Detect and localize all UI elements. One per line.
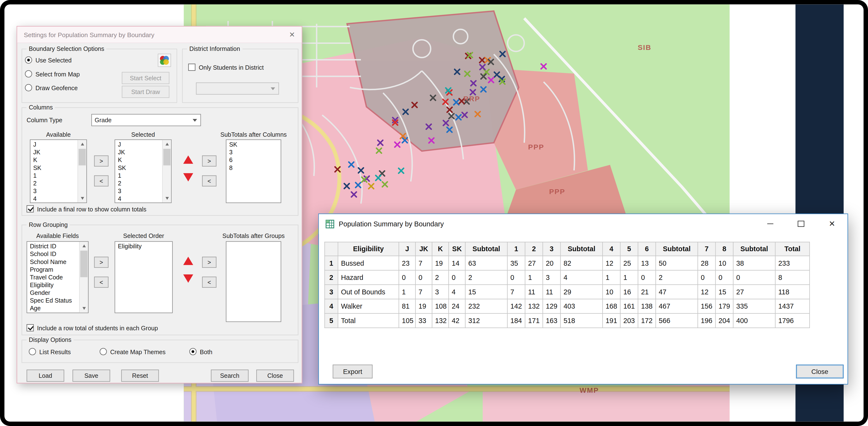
list-item[interactable]: Spec Ed Status xyxy=(28,297,88,304)
list-item[interactable]: 8 xyxy=(227,164,280,172)
column-header[interactable]: 7 xyxy=(698,242,715,256)
table-cell[interactable]: 7 xyxy=(507,285,525,299)
radio-both[interactable]: Both xyxy=(189,348,212,355)
column-header[interactable]: Subtotal xyxy=(561,242,602,256)
subtotal-remove-button[interactable]: < xyxy=(202,276,217,287)
table-cell[interactable]: 233 xyxy=(775,256,809,270)
row-number[interactable]: 5 xyxy=(325,313,338,328)
table-cell[interactable]: 312 xyxy=(465,313,507,328)
table-cell[interactable]: 1 xyxy=(602,270,620,285)
row-number[interactable]: 1 xyxy=(325,256,338,270)
table-cell[interactable]: 35 xyxy=(507,256,525,270)
radio-draw-geofence[interactable]: Draw Geofence xyxy=(25,84,78,91)
titlebar[interactable]: Settings for Population Summary by Bound… xyxy=(17,27,302,43)
table-cell[interactable]: 7 xyxy=(415,256,432,270)
scrollbar[interactable] xyxy=(79,242,88,313)
table-cell[interactable]: 12 xyxy=(698,285,715,299)
list-item[interactable]: Eligibility xyxy=(116,242,172,250)
table-cell[interactable]: 4 xyxy=(449,285,465,299)
list-item[interactable]: Gender xyxy=(28,289,88,297)
titlebar[interactable]: Population Summary by Boundary ✕ xyxy=(319,214,847,234)
column-header[interactable]: 1 xyxy=(507,242,525,256)
table-cell[interactable]: 518 xyxy=(561,313,602,328)
scroll-down-icon[interactable] xyxy=(80,304,88,312)
table-cell[interactable]: 1 xyxy=(525,270,543,285)
table-cell[interactable]: 42 xyxy=(449,313,465,328)
move-right-button[interactable]: > xyxy=(94,257,108,268)
table-cell[interactable]: 11 xyxy=(525,285,543,299)
subtotal-add-button[interactable]: > xyxy=(202,257,217,268)
column-header[interactable]: SK xyxy=(449,242,465,256)
close-button[interactable]: Close xyxy=(796,365,844,378)
available-grades-listbox[interactable]: JJKKSK1234 xyxy=(30,139,87,203)
table-cell[interactable]: Total xyxy=(338,313,399,328)
close-button[interactable]: ✕ xyxy=(816,214,847,233)
table-cell[interactable]: 400 xyxy=(733,313,775,328)
table-cell[interactable]: 27 xyxy=(525,256,543,270)
table-cell[interactable]: 142 xyxy=(507,299,525,313)
column-header[interactable]: Subtotal xyxy=(733,242,775,256)
subtotals-groups-listbox[interactable] xyxy=(226,241,281,322)
table-cell[interactable]: 156 xyxy=(698,299,715,313)
scroll-thumb[interactable] xyxy=(163,149,170,165)
subtotal-add-button[interactable]: > xyxy=(202,155,217,166)
column-header[interactable]: 2 xyxy=(525,242,543,256)
reset-button[interactable]: Reset xyxy=(121,370,159,382)
district-combobox[interactable] xyxy=(196,83,279,94)
column-header[interactable]: JK xyxy=(415,242,432,256)
table-cell[interactable]: 2 xyxy=(465,270,507,285)
table-cell[interactable]: 0 xyxy=(733,270,775,285)
table-cell[interactable]: 4 xyxy=(561,270,602,285)
subtotal-remove-button[interactable]: < xyxy=(202,175,217,186)
table-cell[interactable]: Out of Bounds xyxy=(338,285,399,299)
table-cell[interactable]: 20 xyxy=(543,256,560,270)
table-cell[interactable]: 3 xyxy=(543,270,560,285)
table-cell[interactable]: 0 xyxy=(507,270,525,285)
group-totals-checkbox[interactable]: Include a row total of students in each … xyxy=(27,324,158,332)
table-cell[interactable]: 163 xyxy=(543,313,560,328)
table-cell[interactable]: 23 xyxy=(399,256,415,270)
list-item[interactable]: District ID xyxy=(28,242,88,250)
table-cell[interactable]: 82 xyxy=(561,256,602,270)
move-down-button[interactable] xyxy=(182,273,195,283)
search-button[interactable]: Search xyxy=(211,370,249,382)
radio-use-selected[interactable]: Use Selected xyxy=(25,56,72,64)
theme-colors-button[interactable] xyxy=(158,54,171,67)
scroll-down-icon[interactable] xyxy=(78,194,86,202)
table-cell[interactable]: 1 xyxy=(620,270,638,285)
table-cell[interactable]: 8 xyxy=(775,270,809,285)
table-cell[interactable]: 7 xyxy=(415,285,432,299)
move-right-button[interactable]: > xyxy=(94,155,108,166)
load-button[interactable]: Load xyxy=(27,370,64,382)
table-cell[interactable]: 1437 xyxy=(775,299,809,313)
row-number[interactable]: 2 xyxy=(325,270,338,285)
table-cell[interactable]: 38 xyxy=(733,256,775,270)
radio-select-from-map[interactable]: Select from Map xyxy=(25,70,80,78)
maximize-button[interactable] xyxy=(785,214,817,233)
scroll-up-icon[interactable] xyxy=(163,140,171,148)
close-button[interactable]: Close xyxy=(256,370,294,382)
table-cell[interactable]: 27 xyxy=(733,285,775,299)
table-cell[interactable]: 2 xyxy=(656,270,698,285)
table-cell[interactable]: 138 xyxy=(638,299,656,313)
table-cell[interactable]: 129 xyxy=(543,299,560,313)
export-button[interactable]: Export xyxy=(333,365,373,378)
table-cell[interactable]: 0 xyxy=(449,270,465,285)
radio-create-map-themes[interactable]: Create Map Themes xyxy=(100,348,165,355)
table-cell[interactable]: 191 xyxy=(602,313,620,328)
list-item[interactable]: Program xyxy=(28,266,88,273)
table-cell[interactable]: 161 xyxy=(620,299,638,313)
column-type-combobox[interactable]: Grade xyxy=(91,114,201,126)
table-cell[interactable]: 132 xyxy=(525,299,543,313)
table-cell[interactable]: 81 xyxy=(399,299,415,313)
table-cell[interactable]: 24 xyxy=(449,299,465,313)
table-cell[interactable]: 2 xyxy=(432,270,449,285)
table-cell[interactable]: 179 xyxy=(715,299,733,313)
column-header[interactable]: 4 xyxy=(602,242,620,256)
table-cell[interactable]: 0 xyxy=(399,270,415,285)
table-cell[interactable]: 1796 xyxy=(775,313,809,328)
table-cell[interactable]: 168 xyxy=(602,299,620,313)
minimize-button[interactable] xyxy=(754,214,785,233)
move-up-button[interactable] xyxy=(182,255,195,266)
table-cell[interactable]: 13 xyxy=(638,256,656,270)
